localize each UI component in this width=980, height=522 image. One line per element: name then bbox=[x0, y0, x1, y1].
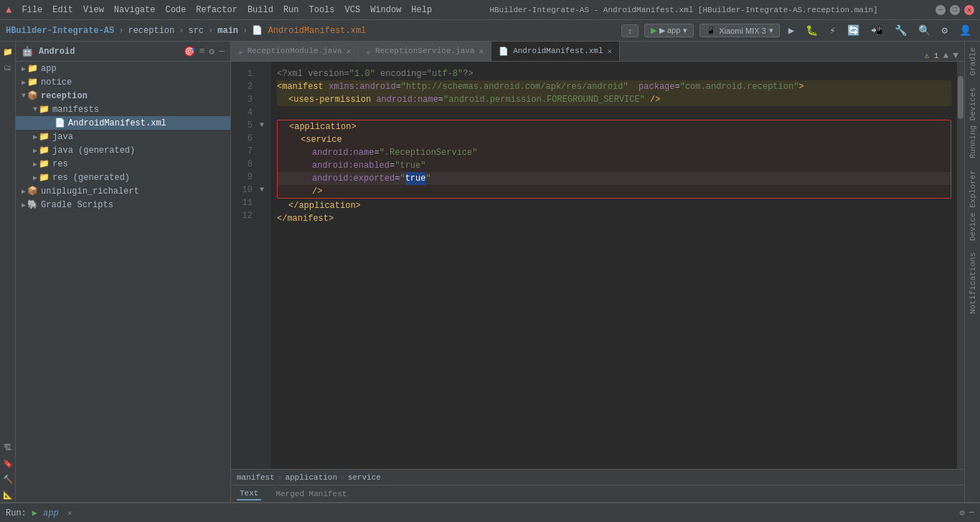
tab-receptionservice[interactable]: ☕ ReceptionService.java ✕ bbox=[359, 42, 491, 61]
project-panel-icon[interactable]: 📁 bbox=[1, 44, 15, 59]
expand-java-gen-icon: ▶ bbox=[33, 146, 37, 155]
minimize-panel-icon[interactable]: — bbox=[969, 508, 974, 518]
breadcrumb-manifest[interactable]: manifest bbox=[237, 473, 275, 482]
code-editor[interactable]: 1 2 3 4 5 6 7 8 9 10 11 12 bbox=[231, 62, 964, 502]
tree-item-uniplugin[interactable]: ▶ 📦 uniplugin_richalert bbox=[16, 184, 230, 198]
sync-button[interactable]: 🔄 bbox=[844, 23, 862, 38]
tab-label-receptionservice: ReceptionService.java bbox=[375, 47, 475, 55]
chevron-down-icon[interactable]: ▼ bbox=[953, 50, 958, 61]
run-app-button[interactable]: ▶ ▶ app ▾ bbox=[644, 24, 694, 37]
breadcrumb-src[interactable]: src bbox=[188, 26, 204, 36]
gradle-panel-label[interactable]: Gradle bbox=[966, 42, 980, 82]
menu-edit[interactable]: Edit bbox=[52, 5, 73, 15]
breadcrumb-service[interactable]: service bbox=[348, 473, 381, 482]
menu-file[interactable]: File bbox=[22, 5, 42, 15]
tree-item-res-gen[interactable]: ▶ 📁 res (generated) bbox=[16, 171, 230, 184]
fold-5[interactable]: ▼ bbox=[260, 119, 271, 132]
tree-minimize-icon[interactable]: — bbox=[219, 46, 225, 57]
close-button[interactable]: ✕ bbox=[964, 5, 974, 15]
menu-code[interactable]: Code bbox=[165, 5, 186, 15]
avd-button[interactable]: 📲 bbox=[868, 23, 886, 38]
breadcrumb-reception[interactable]: reception bbox=[128, 26, 174, 36]
menu-navigate[interactable]: Navigate bbox=[114, 5, 156, 15]
tab-androidmanifest[interactable]: 📄 AndroidManifest.xml ✕ bbox=[491, 42, 620, 61]
menu-window[interactable]: Window bbox=[370, 5, 401, 15]
tab-merged-manifest[interactable]: Merged Manifest bbox=[273, 488, 349, 500]
locate-file-icon[interactable]: 🎯 bbox=[184, 46, 195, 57]
tab-receptionmodule[interactable]: ☕ ReceptionModule.java ✕ bbox=[231, 42, 359, 61]
menu-vcs[interactable]: VCS bbox=[345, 5, 361, 15]
profile-button[interactable]: ⚡ bbox=[826, 23, 838, 38]
menu-bar[interactable]: File Edit View Navigate Code Refactor Bu… bbox=[22, 5, 432, 15]
fold-10[interactable]: ▼ bbox=[260, 184, 271, 196]
editor-breadcrumb: manifest › application › service bbox=[231, 469, 964, 485]
tree-item-java-gen[interactable]: ▶ 📁 java (generated) bbox=[16, 143, 230, 157]
minimize-button[interactable]: — bbox=[936, 5, 946, 15]
notifications-label[interactable]: Notifications bbox=[966, 247, 980, 320]
breadcrumb-sep1: › bbox=[118, 26, 123, 36]
sdk-button[interactable]: 🔧 bbox=[892, 23, 910, 38]
expand-res-gen-icon: ▶ bbox=[33, 174, 37, 182]
tree-item-notice[interactable]: ▶ 📁 notice bbox=[16, 75, 230, 89]
menu-help[interactable]: Help bbox=[411, 5, 432, 15]
code-line-1: <?xml version="1.0" encoding="utf-8"?> bbox=[277, 67, 951, 80]
project-name[interactable]: HBuilder-Integrate-AS bbox=[6, 26, 114, 36]
settings-button[interactable]: ⚙ bbox=[939, 23, 951, 38]
menu-build[interactable]: Build bbox=[248, 5, 273, 15]
run-tab-close[interactable]: ✕ bbox=[67, 508, 72, 518]
window-controls[interactable]: — □ ✕ bbox=[936, 5, 974, 15]
xml-icon-tab3: 📄 bbox=[499, 47, 509, 56]
tab-close-androidmanifest[interactable]: ✕ bbox=[608, 47, 613, 56]
debug-button[interactable]: 🐛 bbox=[803, 23, 821, 38]
code-content[interactable]: <?xml version="1.0" encoding="utf-8"?> <… bbox=[271, 62, 957, 469]
breadcrumb-main[interactable]: main bbox=[217, 26, 238, 36]
breadcrumb-application[interactable]: application bbox=[285, 473, 337, 482]
toolbar-actions: ↕ ▶ ▶ app ▾ 📱 Xiaomi MIX 3 ▾ ▶ 🐛 ⚡ 🔄 📲 🔧… bbox=[621, 23, 974, 38]
collapse-all-icon[interactable]: ≡ bbox=[199, 46, 205, 57]
tree-item-androidmanifest[interactable]: 📄 AndroidManifest.xml bbox=[16, 116, 230, 130]
val-xmlns: "http://schemas.android.com/apk/res/andr… bbox=[401, 80, 628, 93]
menu-tools[interactable]: Tools bbox=[309, 5, 335, 15]
project-icon-bottom[interactable]: 🏗 bbox=[1, 440, 15, 455]
running-devices-label[interactable]: Running Devices bbox=[966, 82, 980, 164]
settings-run-icon[interactable]: ⚙ bbox=[960, 508, 965, 518]
scrollbar-thumb[interactable] bbox=[958, 76, 963, 119]
code-line-2: <manifest xmlns:android="http://schemas.… bbox=[277, 80, 951, 93]
search-everywhere-button[interactable]: 🔍 bbox=[915, 23, 933, 38]
chevron-up-icon[interactable]: ▲ bbox=[943, 50, 948, 61]
build-variants-icon[interactable]: 🔨 bbox=[1, 472, 15, 486]
vertical-scrollbar[interactable] bbox=[957, 62, 964, 469]
maximize-button[interactable]: □ bbox=[950, 5, 960, 15]
tree-item-res[interactable]: ▶ 📁 res bbox=[16, 157, 230, 171]
tree-settings-icon[interactable]: ⚙ bbox=[209, 46, 215, 57]
play-icon: ▶ bbox=[651, 26, 656, 35]
tag-self-close: /> bbox=[312, 185, 322, 198]
device-selector-button[interactable]: 📱 Xiaomi MIX 3 ▾ bbox=[699, 24, 779, 37]
fold-7 bbox=[260, 145, 271, 158]
menu-run[interactable]: Run bbox=[283, 5, 299, 15]
run-label: Run: bbox=[6, 508, 27, 518]
file-tree-header: 🤖 Android 🎯 ≡ ⚙ — bbox=[16, 42, 230, 62]
menu-refactor[interactable]: Refactor bbox=[196, 5, 237, 15]
run-button[interactable]: ▶ bbox=[786, 23, 797, 38]
tab-close-receptionmodule[interactable]: ✕ bbox=[347, 47, 352, 56]
tab-label-receptionmodule: ReceptionModule.java bbox=[248, 47, 342, 55]
bookmarks-icon[interactable]: 🔖 bbox=[1, 456, 15, 470]
resource-manager-icon[interactable]: 🗂 bbox=[1, 60, 15, 75]
avatar-icon[interactable]: 👤 bbox=[956, 23, 974, 38]
structure-icon[interactable]: 📐 bbox=[1, 488, 15, 502]
code-line-7: android:name=".ReceptionService" bbox=[278, 146, 951, 159]
breadcrumb-file[interactable]: 📄 AndroidManifest.xml bbox=[252, 25, 366, 36]
tree-label-androidmanifest: AndroidManifest.xml bbox=[68, 118, 166, 128]
git-sync-button[interactable]: ↕ bbox=[621, 24, 639, 37]
tree-item-gradle[interactable]: ▶ 🐘 Gradle Scripts bbox=[16, 198, 230, 212]
menu-view[interactable]: View bbox=[83, 5, 104, 15]
device-explorer-label[interactable]: Device Explorer bbox=[966, 164, 980, 247]
tree-item-reception[interactable]: ▼ 📦 reception bbox=[16, 89, 230, 103]
tree-item-java[interactable]: ▶ 📁 java bbox=[16, 130, 230, 143]
tree-item-manifests[interactable]: ▼ 📁 manifests bbox=[16, 103, 230, 116]
tree-item-app[interactable]: ▶ 📁 app bbox=[16, 62, 230, 75]
tab-text[interactable]: Text bbox=[237, 488, 261, 500]
xml-decl-line1: <?xml version= bbox=[277, 67, 349, 80]
tab-close-receptionservice[interactable]: ✕ bbox=[479, 47, 484, 56]
